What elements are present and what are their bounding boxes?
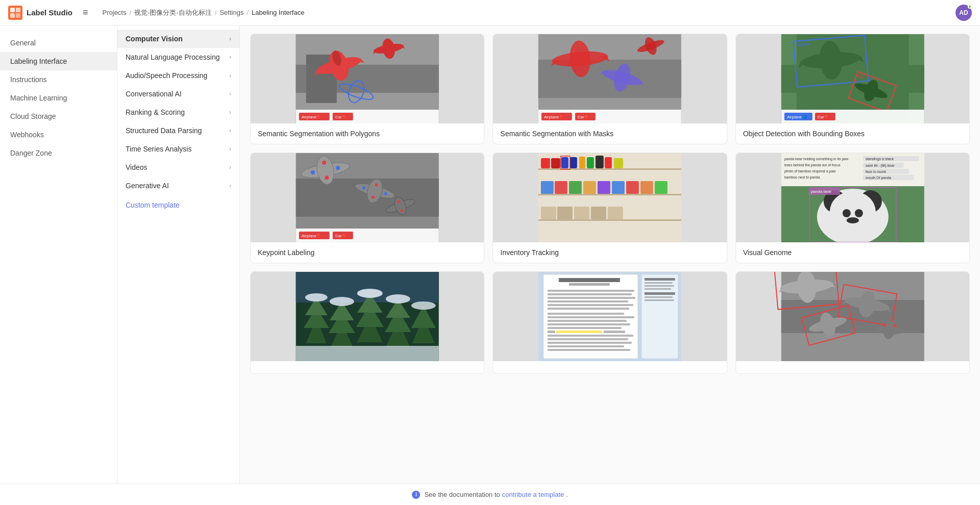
svg-text:save till - (fill) bear: save till - (fill) bear xyxy=(865,164,894,168)
svg-rect-4 xyxy=(16,13,20,18)
bottom-bar-period: . xyxy=(566,491,568,498)
svg-rect-0 xyxy=(8,6,22,20)
contribute-template-link[interactable]: contribute a template xyxy=(502,491,564,498)
card-image-7 xyxy=(251,272,484,361)
custom-template-link[interactable]: Custom template xyxy=(117,195,239,215)
bottom-bar: i See the documentation to contribute a … xyxy=(0,484,980,505)
svg-rect-206 xyxy=(893,324,897,328)
category-nlp[interactable]: Natural Language Processing › xyxy=(117,48,239,66)
svg-rect-96 xyxy=(541,181,554,194)
hamburger-icon[interactable]: ≡ xyxy=(83,7,88,18)
chevron-right-icon: › xyxy=(229,54,231,61)
svg-text:Car🔴: Car🔴 xyxy=(335,233,347,238)
category-label: Natural Language Processing xyxy=(126,53,219,61)
chevron-right-icon: › xyxy=(229,164,231,171)
svg-rect-176 xyxy=(548,338,628,340)
chevron-right-icon: › xyxy=(229,90,231,97)
svg-point-144 xyxy=(330,297,354,306)
svg-text:Airplane🔴: Airplane🔴 xyxy=(544,114,564,119)
svg-rect-99 xyxy=(583,181,596,194)
template-gallery: Airplane🔴 Car🔴 Semantic Segmentation wit… xyxy=(240,26,980,484)
svg-rect-182 xyxy=(645,282,673,284)
category-generative-ai[interactable]: Generative AI › xyxy=(117,176,239,195)
template-card-inventory[interactable]: Inventory Tracking xyxy=(493,153,727,263)
chevron-right-icon: › xyxy=(229,109,231,116)
template-card-semantic-polygons[interactable]: Airplane🔴 Car🔴 Semantic Segmentation wit… xyxy=(250,34,484,144)
svg-rect-180 xyxy=(642,274,678,359)
category-videos[interactable]: Videos › xyxy=(117,158,239,176)
card-image-visual-genome: panda bear holding something in its paw … xyxy=(736,153,969,242)
chevron-right-icon: › xyxy=(229,72,231,79)
svg-point-131 xyxy=(846,217,859,223)
card-title-9 xyxy=(736,361,969,373)
svg-rect-87 xyxy=(541,158,550,168)
card-title-inventory: Inventory Tracking xyxy=(493,242,726,263)
category-label: Conversational AI xyxy=(126,90,182,98)
svg-rect-169 xyxy=(548,320,627,322)
template-card-9[interactable] xyxy=(736,271,970,374)
category-computer-vision[interactable]: Computer Vision › xyxy=(117,30,239,48)
svg-point-155 xyxy=(411,301,436,310)
svg-rect-175 xyxy=(548,335,633,337)
card-image-semantic-polygons: Airplane🔴 Car🔴 xyxy=(251,34,484,123)
card-image-semantic-masks: Airplane🔴 Car🔴 xyxy=(493,34,726,123)
card-title-keypoint: Keypoint Labeling xyxy=(251,242,484,263)
card-title-semantic-masks: Semantic Segmentation with Masks xyxy=(493,123,726,144)
svg-rect-172 xyxy=(556,331,602,333)
category-conversational-ai[interactable]: Conversational AI › xyxy=(117,85,239,103)
svg-rect-165 xyxy=(548,304,633,306)
sidebar-item-labeling-interface[interactable]: Labeling Interface xyxy=(0,52,117,70)
template-card-object-detection[interactable]: Airplane Car Airplane🔵 Ca xyxy=(736,34,970,144)
svg-rect-184 xyxy=(645,288,671,290)
category-ranking-scoring[interactable]: Ranking & Scoring › xyxy=(117,103,239,121)
svg-rect-186 xyxy=(645,296,673,298)
breadcrumb-project-name[interactable]: 视觉-图像分类-自动化标注 xyxy=(134,8,212,17)
svg-rect-187 xyxy=(645,299,674,301)
sidebar-item-webhooks[interactable]: Webhooks xyxy=(0,125,117,144)
sidebar-item-danger-zone[interactable]: Danger Zone xyxy=(0,144,117,162)
svg-rect-179 xyxy=(548,349,630,351)
svg-text:bamboo next to panda: bamboo next to panda xyxy=(784,175,820,180)
svg-text:Airplane🔴: Airplane🔴 xyxy=(302,114,322,119)
template-card-8[interactable] xyxy=(493,271,727,374)
category-label: Generative AI xyxy=(126,182,169,190)
svg-rect-106 xyxy=(557,207,573,219)
sidebar-item-instructions[interactable]: Instructions xyxy=(0,70,117,89)
template-card-keypoint[interactable]: Airplane🔴 Car🔴 Keypoint Labeling xyxy=(250,153,484,263)
card-title-visual-genome: Visual Genome xyxy=(736,242,969,263)
card-title-7 xyxy=(251,361,484,373)
svg-text:trees behind the panda out of : trees behind the panda out of focus xyxy=(784,163,840,167)
chevron-right-icon: › xyxy=(229,35,231,42)
category-label: Audio/Speech Processing xyxy=(126,71,207,80)
card-image-8 xyxy=(493,272,726,361)
template-card-visual-genome[interactable]: panda bear holding something in its paw … xyxy=(736,153,970,263)
category-time-series[interactable]: Time Series Analysis › xyxy=(117,140,239,158)
svg-point-128 xyxy=(829,191,875,232)
category-structured-data[interactable]: Structured Data Parsing › xyxy=(117,121,239,140)
breadcrumb-projects[interactable]: Projects xyxy=(103,9,127,16)
app-logo[interactable]: Label Studio xyxy=(8,6,72,20)
template-card-7[interactable] xyxy=(250,271,484,374)
template-card-semantic-masks[interactable]: Airplane🔴 Car🔴 Semantic Segmentation wit… xyxy=(493,34,727,144)
sidebar-item-cloud-storage[interactable]: Cloud Storage xyxy=(0,107,117,125)
category-menu: Computer Vision › Natural Language Proce… xyxy=(117,26,240,484)
breadcrumb-settings[interactable]: Settings xyxy=(219,9,243,16)
category-label: Structured Data Parsing xyxy=(126,127,202,135)
sidebar-item-machine-learning[interactable]: Machine Learning xyxy=(0,89,117,107)
svg-rect-86 xyxy=(538,219,681,221)
avatar[interactable]: AD xyxy=(955,5,972,21)
svg-point-129 xyxy=(842,209,850,217)
sidebar-item-general[interactable]: General xyxy=(0,34,117,52)
svg-rect-97 xyxy=(555,181,568,194)
svg-rect-205 xyxy=(883,323,887,327)
svg-rect-3 xyxy=(10,13,15,18)
svg-point-130 xyxy=(854,209,863,217)
category-label: Time Series Analysis xyxy=(126,145,191,153)
svg-rect-159 xyxy=(559,278,620,282)
svg-rect-92 xyxy=(587,157,594,168)
svg-rect-185 xyxy=(645,292,675,295)
svg-rect-95 xyxy=(614,158,623,168)
svg-rect-103 xyxy=(641,181,653,194)
card-title-semantic-polygons: Semantic Segmentation with Polygons xyxy=(251,123,484,144)
category-audio-speech[interactable]: Audio/Speech Processing › xyxy=(117,66,239,85)
